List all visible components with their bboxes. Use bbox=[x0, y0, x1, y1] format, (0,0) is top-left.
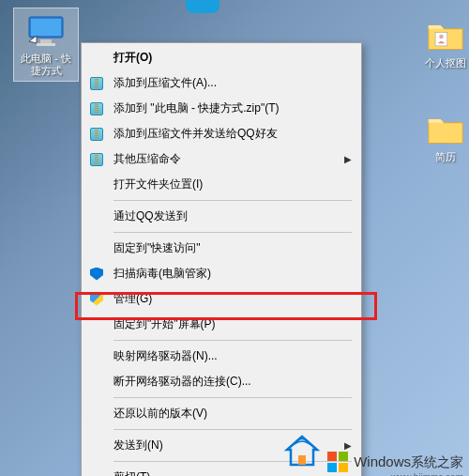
menu-label: 添加到压缩文件并发送给QQ好友 bbox=[113, 126, 352, 142]
blank-icon bbox=[87, 407, 106, 422]
menu-separator bbox=[113, 200, 352, 201]
blank-icon bbox=[87, 470, 106, 477]
svg-rect-2 bbox=[40, 39, 52, 43]
archive-icon bbox=[87, 76, 106, 91]
menu-send-via-qq[interactable]: 通过QQ发送到 bbox=[83, 204, 359, 229]
watermark: Windows系统之家 www.bjjmmc.com bbox=[327, 452, 463, 472]
svg-rect-7 bbox=[339, 452, 348, 461]
blank-icon bbox=[87, 317, 106, 332]
blank-icon bbox=[87, 438, 106, 453]
menu-label: 固定到"开始"屏幕(P) bbox=[113, 316, 352, 332]
menu-label: 映射网络驱动器(N)... bbox=[113, 348, 352, 364]
blank-icon bbox=[87, 241, 106, 256]
menu-label: 其他压缩命令 bbox=[113, 151, 344, 167]
desktop-icon-label: 简历 bbox=[413, 151, 469, 163]
desktop-icon-label: 此电脑 - 快捷方式 bbox=[16, 53, 76, 77]
desktop-icon-resume[interactable]: 简历 bbox=[413, 111, 469, 163]
blank-icon bbox=[87, 375, 106, 390]
menu-separator bbox=[113, 397, 352, 398]
menu-add-send-qq[interactable]: 添加到压缩文件并发送给QQ好友 bbox=[83, 121, 359, 146]
menu-label: 断开网络驱动器的连接(C)... bbox=[113, 374, 352, 390]
menu-pin-start[interactable]: 固定到"开始"屏幕(P) bbox=[83, 312, 359, 337]
menu-label: 还原以前的版本(V) bbox=[113, 406, 352, 422]
menu-label: 固定到"快速访问" bbox=[113, 240, 352, 256]
watermark-brand: Windows系统之家 bbox=[354, 453, 463, 471]
svg-point-5 bbox=[439, 35, 444, 39]
menu-label: 打开文件夹位置(I) bbox=[113, 177, 352, 192]
watermark-brand-text: Windows bbox=[354, 453, 411, 469]
blank-icon bbox=[87, 177, 106, 192]
folder-icon bbox=[427, 111, 464, 148]
submenu-arrow-icon: ▶ bbox=[344, 154, 352, 164]
menu-label: 管理(G) bbox=[113, 291, 352, 307]
svg-rect-1 bbox=[31, 19, 61, 36]
menu-separator bbox=[113, 232, 352, 233]
archive-icon bbox=[87, 152, 106, 167]
menu-label: 剪切(T) bbox=[113, 469, 352, 476]
watermark-url: www.bjjmmc.com bbox=[391, 472, 463, 476]
folder-icon bbox=[427, 17, 464, 54]
desktop-icon-this-pc[interactable]: 此电脑 - 快捷方式 bbox=[13, 8, 79, 82]
windows-logo-icon bbox=[327, 452, 348, 472]
menu-separator bbox=[113, 340, 352, 341]
desktop-icon-person-cutout[interactable]: 个人抠图 bbox=[413, 17, 469, 69]
menu-scan-virus[interactable]: 扫描病毒(电脑管家) bbox=[83, 261, 359, 286]
archive-icon bbox=[87, 127, 106, 142]
blank-icon bbox=[87, 51, 106, 66]
menu-label: 扫描病毒(电脑管家) bbox=[113, 266, 352, 282]
uac-shield-icon bbox=[87, 292, 106, 307]
blank-icon bbox=[87, 349, 106, 364]
menu-open-file-location[interactable]: 打开文件夹位置(I) bbox=[83, 172, 359, 197]
menu-pin-quick-access[interactable]: 固定到"快速访问" bbox=[83, 236, 359, 261]
svg-rect-4 bbox=[435, 32, 447, 46]
menu-disconnect-network[interactable]: 断开网络驱动器的连接(C)... bbox=[83, 369, 359, 394]
menu-label: 添加到 "此电脑 - 快捷方式.zip"(T) bbox=[113, 100, 352, 116]
desktop-icon-label: 个人抠图 bbox=[413, 57, 469, 69]
menu-open[interactable]: 打开(O) bbox=[83, 45, 359, 70]
context-menu: 打开(O) 添加到压缩文件(A)... 添加到 "此电脑 - 快捷方式.zip"… bbox=[81, 42, 362, 476]
menu-label: 添加到压缩文件(A)... bbox=[113, 75, 352, 91]
menu-label: 通过QQ发送到 bbox=[113, 208, 352, 224]
menu-add-to-zip[interactable]: 添加到 "此电脑 - 快捷方式.zip"(T) bbox=[83, 96, 359, 121]
submenu-arrow-icon: ▶ bbox=[344, 440, 352, 451]
svg-rect-3 bbox=[37, 43, 55, 46]
menu-separator bbox=[113, 429, 352, 430]
svg-rect-8 bbox=[327, 463, 337, 472]
menu-add-to-archive[interactable]: 添加到压缩文件(A)... bbox=[83, 70, 359, 96]
menu-other-archive[interactable]: 其他压缩命令 ▶ bbox=[83, 146, 359, 172]
menu-map-network-drive[interactable]: 映射网络驱动器(N)... bbox=[83, 344, 359, 369]
house-logo-icon bbox=[283, 435, 321, 468]
svg-rect-9 bbox=[339, 463, 348, 472]
menu-label: 打开(O) bbox=[113, 50, 352, 66]
search-pill-fragment bbox=[186, 0, 219, 13]
blank-icon bbox=[87, 209, 106, 224]
monitor-icon bbox=[27, 12, 65, 50]
menu-restore-previous[interactable]: 还原以前的版本(V) bbox=[83, 401, 359, 426]
svg-rect-6 bbox=[327, 452, 337, 461]
archive-icon bbox=[87, 101, 106, 116]
watermark-suffix: 系统之家 bbox=[411, 454, 463, 469]
shield-icon bbox=[87, 267, 106, 282]
menu-manage[interactable]: 管理(G) bbox=[83, 286, 359, 312]
svg-rect-10 bbox=[298, 455, 306, 465]
